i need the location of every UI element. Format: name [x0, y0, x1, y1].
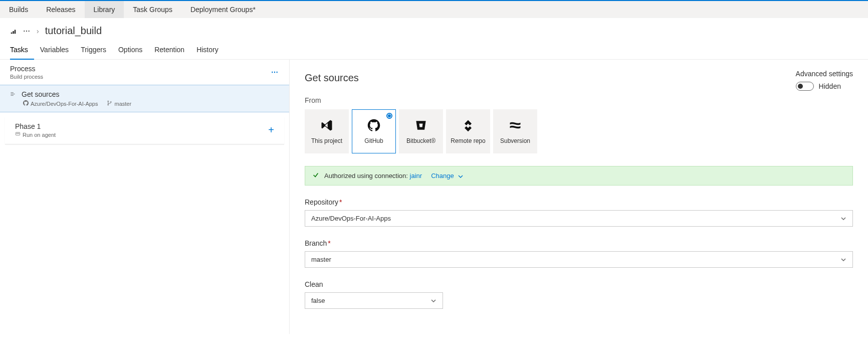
repository-value: Azure/DevOps-For-AI-Apps [311, 215, 391, 222]
chevron-down-icon [840, 257, 846, 263]
remote-repo-icon [461, 118, 475, 132]
github-icon [367, 118, 381, 132]
process-node[interactable]: Process Build process ⋯ [0, 60, 289, 85]
chevron-down-icon [430, 298, 437, 304]
svg-point-8 [111, 101, 112, 102]
pipeline-icon [10, 28, 17, 35]
subversion-icon [508, 118, 522, 132]
phase-subtitle: Run on agent [15, 131, 56, 138]
tab-variables[interactable]: Variables [34, 42, 75, 59]
source-label: This project [311, 137, 342, 144]
agent-icon [15, 131, 21, 138]
tab-history[interactable]: History [190, 42, 225, 59]
branch-meta: master [107, 100, 131, 107]
clean-select[interactable]: false [305, 292, 443, 309]
clean-field: Clean false [305, 280, 853, 309]
svg-rect-11 [18, 133, 18, 133]
repository-field: Repository* Azure/DevOps-For-AI-Apps [305, 198, 853, 227]
sources-icon [10, 90, 16, 98]
tab-tasks[interactable]: Tasks [10, 42, 34, 60]
add-task-button[interactable]: + [268, 124, 274, 136]
source-label: Subversion [500, 137, 530, 144]
branch-icon [107, 100, 112, 107]
detail-title: Get sources [305, 72, 853, 84]
advanced-settings: Advanced settings Hidden [796, 70, 853, 91]
page-title: tutorial_build [45, 25, 102, 37]
branch-label: Branch* [305, 239, 853, 247]
svg-point-6 [108, 101, 109, 102]
nav-library[interactable]: Library [85, 1, 124, 18]
source-this-project[interactable]: This project [305, 109, 349, 153]
source-bitbucket[interactable]: Bitbucket® [399, 109, 443, 153]
breadcrumb: ⋯ › tutorial_build [0, 18, 868, 42]
advanced-settings-label: Advanced settings [796, 70, 853, 78]
tab-options[interactable]: Options [112, 42, 148, 59]
tab-retention[interactable]: Retention [148, 42, 190, 59]
chevron-right-icon: › [37, 27, 39, 35]
process-subtitle: Build process [10, 74, 43, 80]
toggle-state-label: Hidden [819, 82, 841, 90]
advanced-settings-toggle[interactable] [796, 82, 814, 91]
github-icon [23, 100, 29, 107]
check-icon [312, 171, 319, 180]
svg-rect-1 [13, 31, 14, 34]
process-more-icon[interactable]: ⋯ [271, 68, 279, 76]
branch-value: master [311, 256, 331, 263]
source-subversion[interactable]: Subversion [493, 109, 537, 153]
process-title: Process [10, 65, 43, 73]
source-label: Bitbucket® [406, 137, 436, 144]
pipeline-tree-pane: Process Build process ⋯ Get sources Azur… [0, 60, 290, 334]
definition-tabs: Tasks Variables Triggers Options Retenti… [0, 42, 868, 60]
auth-text: Authorized using connection: [324, 172, 410, 180]
clean-value: false [311, 297, 325, 304]
breadcrumb-more-icon[interactable]: ⋯ [23, 27, 31, 35]
source-options: This project GitHub Bitbucket® Remote re… [305, 109, 853, 153]
auth-connection-link[interactable]: jainr [410, 172, 422, 180]
nav-deployment-groups[interactable]: Deployment Groups* [181, 1, 265, 18]
source-github[interactable]: GitHub [352, 109, 396, 153]
repository-select[interactable]: Azure/DevOps-For-AI-Apps [305, 210, 853, 227]
from-label: From [305, 96, 853, 104]
nav-task-groups[interactable]: Task Groups [124, 1, 181, 18]
svg-rect-10 [17, 133, 17, 133]
selected-radio-icon [386, 113, 392, 119]
svg-rect-2 [15, 30, 16, 34]
nav-builds[interactable]: Builds [0, 1, 37, 18]
repository-label: Repository* [305, 198, 853, 206]
svg-rect-12 [19, 133, 19, 133]
source-label: Remote repo [451, 137, 485, 144]
get-sources-node[interactable]: Get sources Azure/DevOps-For-AI-Apps mas… [0, 85, 289, 112]
toggle-knob [798, 84, 803, 89]
tab-triggers[interactable]: Triggers [75, 42, 112, 59]
nav-releases[interactable]: Releases [37, 1, 84, 18]
get-sources-title: Get sources [22, 90, 59, 98]
auth-change-link[interactable]: Change [431, 172, 464, 180]
phase-node[interactable]: Phase 1 Run on agent + [5, 116, 284, 144]
clean-label: Clean [305, 280, 853, 288]
chevron-down-icon [458, 173, 464, 180]
chevron-down-icon [840, 216, 846, 222]
source-remote-repo[interactable]: Remote repo [446, 109, 490, 153]
phase-title: Phase 1 [15, 122, 56, 130]
visual-studio-icon [320, 118, 334, 132]
branch-select[interactable]: master [305, 251, 853, 268]
detail-pane: Advanced settings Hidden Get sources Fro… [290, 60, 868, 334]
repo-meta: Azure/DevOps-For-AI-Apps [23, 100, 98, 107]
source-label: GitHub [364, 137, 383, 144]
svg-rect-0 [11, 32, 13, 34]
top-nav: Builds Releases Library Task Groups Depl… [0, 1, 868, 18]
content-area: Process Build process ⋯ Get sources Azur… [0, 60, 868, 334]
branch-field: Branch* master [305, 239, 853, 268]
bitbucket-icon [414, 118, 428, 132]
auth-banner: Authorized using connection: jainr Chang… [305, 166, 853, 186]
svg-point-7 [108, 104, 109, 105]
